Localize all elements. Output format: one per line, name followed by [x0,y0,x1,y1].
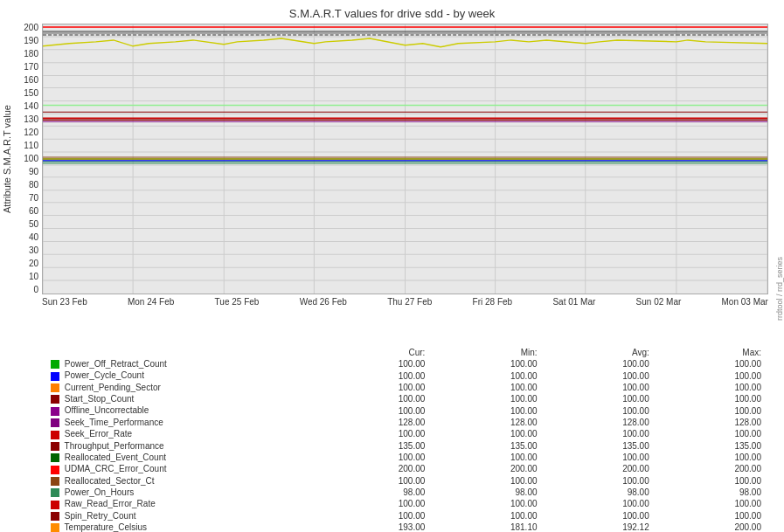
y-tick: 40 [16,233,40,242]
legend-label-text: Reallocated_Event_Count [65,453,166,462]
y-tick: 140 [16,102,40,111]
legend-label: Power_Cycle_Count [45,370,343,381]
y-tick: 200 [16,24,40,32]
legend-label: Power_Off_Retract_Count [45,358,343,370]
plot-area [42,24,768,294]
legend-cur: 100.00 [343,370,430,381]
legend-min: 100.00 [455,428,543,439]
legend-avg: 100.00 [567,370,655,381]
legend-label: Current_Pending_Sector [45,382,343,393]
legend-label: Raw_Read_Error_Rate [45,498,343,509]
legend-min: 100.00 [455,510,543,522]
legend-cur: 98.00 [343,487,430,498]
legend-label-text: Reallocated_Sector_Ct [65,476,155,486]
legend-row: Seek_Error_Rate 100.00 100.00 100.00 100… [45,428,767,439]
legend-header-label [45,347,343,358]
legend-row: Spin_Retry_Count 100.00 100.00 100.00 10… [45,510,767,522]
legend-color-box [51,477,59,486]
legend-color-box [51,431,59,439]
legend-label-text: Start_Stop_Count [65,394,135,404]
legend-color-box [51,512,59,521]
legend-section: Cur: Min: Avg: Max: Power_Off_Retract_Co… [0,347,784,532]
legend-max: 100.00 [679,428,767,439]
legend-min: 135.00 [455,440,543,452]
legend-min: 100.00 [455,358,543,370]
legend-max: 100.00 [679,498,767,509]
y-tick: 110 [16,142,40,150]
y-tick: 120 [16,128,40,137]
legend-avg: 200.00 [567,463,655,474]
y-tick: 70 [16,194,40,203]
legend-row: UDMA_CRC_Error_Count 200.00 200.00 200.0… [45,463,767,474]
legend-max: 135.00 [679,440,767,452]
legend-label: Reallocated_Event_Count [45,452,343,463]
x-tick-6: Fri 28 Feb [473,294,513,314]
legend-min: 181.10 [455,522,543,532]
legend-avg: 100.00 [567,498,655,509]
legend-label: Power_On_Hours [45,487,343,498]
legend-cur: 100.00 [343,382,430,393]
legend-cur: 100.00 [343,358,430,370]
legend-header-min-spacer [430,347,454,358]
legend-avg: 100.00 [567,452,655,463]
legend-row: Throughput_Performance 135.00 135.00 135… [45,440,767,452]
legend-max: 100.00 [679,358,767,370]
legend-label: Spin_Retry_Count [45,510,343,522]
legend-avg: 192.12 [567,522,655,532]
legend-table: Cur: Min: Avg: Max: Power_Off_Retract_Co… [45,347,767,532]
legend-cur: 100.00 [343,475,430,487]
x-tick-9: Mon 03 Mar [722,294,768,314]
legend-color-box [51,442,59,451]
legend-max: 128.00 [679,417,767,428]
legend-max: 98.00 [679,487,767,498]
legend-label-text: Spin_Retry_Count [65,511,136,521]
legend-max: 100.00 [679,393,767,404]
x-tick-4: Wed 26 Feb [300,294,347,314]
legend-avg: 128.00 [567,417,655,428]
legend-label-text: Temperature_Celsius [65,522,148,532]
legend-color-box [51,453,59,462]
x-axis: Sun 23 Feb Mon 24 Feb Tue 25 Feb Wed 26 … [42,294,768,314]
legend-row: Temperature_Celsius 193.00 181.10 192.12… [45,522,767,532]
rotated-label: rrdtool / rrd_series [774,24,784,321]
legend-label: Temperature_Celsius [45,522,343,532]
legend-label: Seek_Error_Rate [45,428,343,439]
legend-label-text: Power_Cycle_Count [65,370,144,380]
legend-avg: 100.00 [567,404,655,416]
legend-color-box [51,501,59,509]
x-tick-3: Tue 25 Feb [215,294,260,314]
y-tick: 100 [16,155,40,163]
chart-container: S.M.A.R.T values for drive sdd - by week… [0,0,784,532]
legend-color-box [51,395,59,404]
legend-color-box [51,383,59,392]
legend-avg: 100.00 [567,510,655,522]
x-tick-2: Mon 24 Feb [128,294,174,314]
legend-min: 98.00 [455,487,543,498]
x-tick-1: Sun 23 Feb [42,294,87,314]
legend-max: 100.00 [679,382,767,393]
legend-color-box [51,488,59,497]
legend-min: 100.00 [455,498,543,509]
legend-label-text: Current_Pending_Sector [65,383,161,392]
legend-max: 100.00 [679,510,767,522]
legend-cur: 100.00 [343,404,430,416]
legend-cur: 100.00 [343,393,430,404]
legend-color-box [51,407,59,416]
y-tick: 180 [16,50,40,59]
legend-label: Throughput_Performance [45,440,343,452]
legend-color-box [51,360,59,369]
legend-min: 100.00 [455,475,543,487]
y-tick: 60 [16,207,40,216]
legend-cur: 200.00 [343,463,430,474]
y-tick: 90 [16,168,40,176]
legend-max: 100.00 [679,452,767,463]
legend-header-min: Min: [455,347,543,358]
legend-row: Start_Stop_Count 100.00 100.00 100.00 10… [45,393,767,404]
legend-label-text: UDMA_CRC_Error_Count [65,464,167,473]
legend-header-avg: Avg: [567,347,655,358]
legend-max: 100.00 [679,404,767,416]
legend-header-max-spacer [655,347,679,358]
chart-title: S.M.A.R.T values for drive sdd - by week [0,0,784,20]
legend-min: 100.00 [455,370,543,381]
legend-color-box [51,372,59,381]
